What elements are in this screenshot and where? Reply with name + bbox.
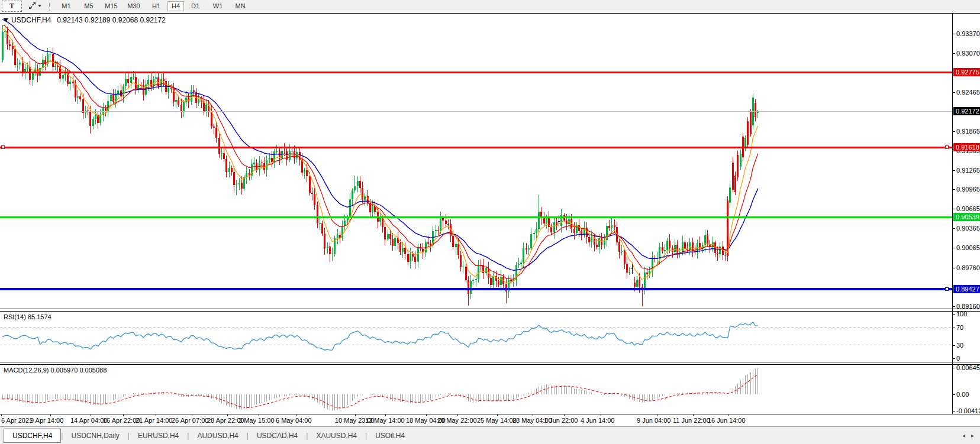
candle-body [492,276,494,284]
candle-body [689,242,691,249]
candle-body [417,248,419,262]
level-line-0.91618[interactable] [0,147,952,148]
candle-body [611,225,612,228]
candle-body [468,280,469,294]
candle-body [662,247,663,251]
chart-tab-xauusd[interactable]: XAUUSD,H4 [308,429,365,442]
price-axis-label: 0.91265 [956,167,980,174]
price-axis-tick [953,131,955,132]
candle-body [127,79,129,83]
macd-label: MACD(12,26,9) 0.005970 0.005088 [4,367,107,374]
candle-body [588,237,590,243]
candle-body [724,255,726,255]
candle-body [518,264,520,265]
line-handle[interactable] [945,145,949,149]
candle-body [147,80,149,85]
price-axis-tick [953,306,955,307]
line-handle[interactable] [1,145,5,149]
tab-scroll-left-icon[interactable]: ◂ [962,432,965,439]
time-axis-label: 16 Apr 22:00 [103,417,140,424]
chart-tab-audusd[interactable]: AUDUSD,H4 [189,429,246,442]
candle-body [546,218,547,223]
candle-body [14,49,16,66]
candle-body [528,248,530,249]
rsi-scale-label: 100 [956,310,967,317]
candle-body [309,176,311,193]
trading-app-window: T M1M5M15M30H1H4D1W1MN USDCHF,H4 0.92143… [0,0,980,444]
candle-body [389,234,391,239]
candle-body [387,234,389,239]
candle-body [581,231,582,234]
quick-panel-caret-icon[interactable] [4,18,8,22]
candle-body [392,239,394,246]
candle-body [460,255,462,267]
level-line-0.92775[interactable] [0,72,952,73]
candle-body [707,235,708,244]
price-axis-label: 0.90665 [956,205,980,212]
candle-body [117,90,119,94]
chart-tab-usdchf[interactable]: USDCHF,H4 [4,429,61,443]
macd-scale-tick [953,411,955,411]
candle-body [160,79,162,86]
candle-body [628,272,630,273]
candle-body [536,229,537,233]
candle-body [233,172,235,185]
price-axis-label: 0.93370 [956,30,980,37]
candle-body [77,96,79,97]
candle-body [225,159,227,171]
price-axis-label: 0.91865 [956,128,980,135]
candle-body [729,187,731,203]
rsi-scale-label: 70 [956,324,963,331]
level-line-0.89427[interactable] [0,288,952,290]
time-axis-tick [533,414,533,416]
candle-body [618,242,620,252]
candle-body [238,183,240,184]
candle-body [311,193,313,194]
time-axis-tick [564,414,565,416]
ma-medium-line [2,25,758,279]
time-axis-label: 26 Apr 07:00 [172,417,208,424]
candle-body [747,121,749,145]
candle-body [135,77,137,89]
candle-body [231,168,233,172]
rsi-scale-tick [953,314,955,315]
candle-body [608,226,610,228]
candle-body [324,234,325,248]
candle-body [306,170,308,176]
candle-body [533,233,535,234]
chart-tab-usdcnh[interactable]: USDCNH,Daily [63,429,127,442]
candle-body [215,128,217,138]
candle-body [676,245,678,252]
candle-body [321,223,323,234]
line-handle[interactable] [945,287,949,291]
candle-body [218,138,220,154]
price-axis-label: 0.90065 [956,244,980,251]
candle-body [27,67,28,69]
price-axis-label: 0.92465 [956,89,980,96]
candle-body [72,82,74,83]
candle-body [684,242,686,249]
candle-body [314,194,315,206]
candlestick-chart[interactable] [0,0,980,444]
candle-body [269,158,270,160]
chart-tab-usdcad[interactable]: USDCAD,H4 [249,429,306,442]
candle-body [54,66,56,67]
ma-slow-line [2,20,758,270]
price-axis-tick [953,189,955,190]
candle-body [249,173,250,176]
candle-body [283,151,285,151]
candle-body [626,264,628,273]
chart-tab-eurusd[interactable]: EURUSD,H4 [130,429,187,442]
tab-scroll-right-icon[interactable]: ▸ [971,432,974,439]
candle-body [228,168,230,171]
candle-body [427,242,429,244]
time-axis-label: 11 Jun 22:00 [673,417,710,424]
symbol-timeframe-label: USDCHF,H4 [11,16,51,24]
macd-scale-label: -0.004129 [956,407,980,414]
candle-body [674,245,676,251]
chart-tab-usoil[interactable]: USOil,H4 [367,429,413,442]
candle-body [737,155,739,177]
time-axis-tick [296,414,296,416]
time-axis-tick [693,414,694,416]
level-line-0.90539[interactable] [0,216,952,218]
